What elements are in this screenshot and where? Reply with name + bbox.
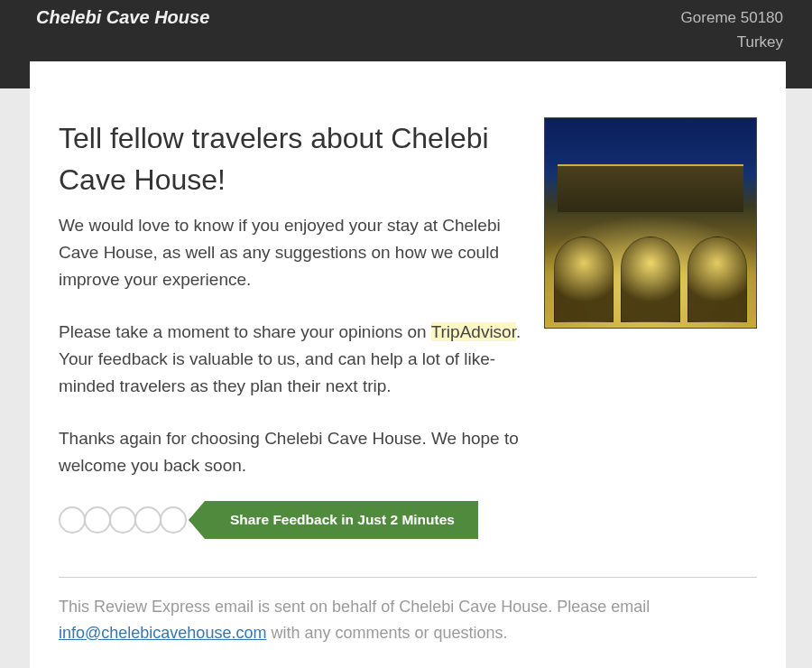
paragraph-intro: We would love to know if you enjoyed you… [59, 212, 522, 293]
divider [59, 577, 757, 578]
hotel-address: Goreme 50180 Turkey [681, 5, 783, 54]
hotel-name: Chelebi Cave House [36, 5, 209, 28]
contact-email-link[interactable]: info@chelebicavehouse.com [59, 624, 266, 642]
cta-row: Share Feedback in Just 2 Minutes [59, 501, 757, 539]
share-feedback-button[interactable]: Share Feedback in Just 2 Minutes [205, 501, 478, 539]
body-text: We would love to know if you enjoyed you… [59, 212, 522, 479]
tripadvisor-highlight: TripAdvisor [431, 322, 516, 341]
page-title: Tell fellow travelers about Chelebi Cave… [59, 117, 522, 201]
rating-circle-4[interactable] [134, 506, 161, 533]
rating-circle-1[interactable] [59, 506, 86, 533]
address-line-2: Turkey [681, 30, 783, 54]
para2-pre: Please take a moment to share your opini… [59, 322, 431, 341]
address-line-1: Goreme 50180 [681, 5, 783, 30]
footer-pre: This Review Express email is sent on beh… [59, 598, 650, 616]
rating-circles[interactable] [59, 506, 185, 533]
rating-circle-3[interactable] [109, 506, 136, 533]
paragraph-thanks: Thanks again for choosing Chelebi Cave H… [59, 425, 522, 479]
paragraph-request: Please take a moment to share your opini… [59, 319, 522, 400]
footer-text: This Review Express email is sent on beh… [59, 594, 757, 646]
rating-circle-2[interactable] [84, 506, 111, 533]
property-photo [544, 117, 757, 329]
email-card: Tell fellow travelers about Chelebi Cave… [30, 61, 786, 668]
footer-post: with any comments or questions. [266, 624, 507, 642]
photo-decor [545, 212, 756, 328]
rating-circle-5[interactable] [160, 506, 187, 533]
